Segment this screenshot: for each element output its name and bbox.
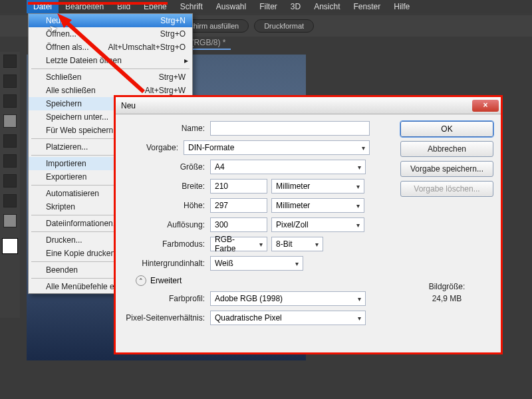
res-unit-select[interactable]: Pixel/Zoll [271,217,364,232]
name-label: Name: [124,124,210,133]
name-input[interactable] [210,121,370,136]
menu-ansicht[interactable]: Ansicht [307,0,346,13]
height-input[interactable] [210,198,267,213]
tool-icon[interactable] [3,214,17,227]
menu-item[interactable]: Öffnen als...Alt+Umschalt+Strg+O [29,41,192,54]
dialog-side: OK Abbrechen Vorgabe speichern... Vorgab… [400,121,493,330]
menu-item[interactable]: Letzte Dateien öffnen [29,54,192,67]
delete-preset-button[interactable]: Vorgabe löschen... [400,181,493,197]
pixelar-label: Pixel-Seitenverhältnis: [124,313,210,323]
depth-select[interactable]: 8-Bit [271,237,323,251]
menu-item[interactable]: SchließenStrg+W [29,70,192,84]
menu-3d[interactable]: 3D [284,0,307,13]
size-label: Größe: [124,162,210,172]
image-size-label: Bildgröße: [400,281,493,293]
annotation-line [28,2,168,5]
width-input[interactable] [210,179,267,194]
height-label: Höhe: [124,201,210,210]
advanced-label: Erweitert [150,276,182,285]
tool-icon[interactable] [3,94,17,108]
profile-select[interactable]: Adobe RGB (1998) [210,291,366,306]
tool-icon[interactable] [3,194,17,207]
dialog-form: Name: Vorgabe: DIN-Formate Größe: A4 Bre… [124,121,394,330]
width-label: Breite: [124,182,210,191]
tool-icon[interactable] [3,134,17,148]
image-size-value: 24,9 MB [400,293,493,305]
ok-button[interactable]: OK [400,121,493,137]
new-dialog: Neu × Name: Vorgabe: DIN-Formate Größe: … [115,96,502,354]
mode-label: Farbmodus: [124,239,210,249]
preset-select[interactable]: DIN-Formate [184,140,370,155]
option-pill[interactable]: Druckformat [254,19,314,33]
menu-schrift[interactable]: Schrift [174,0,209,13]
height-unit-select[interactable]: Millimeter [271,198,364,213]
bg-select[interactable]: Weiß [210,256,303,271]
menu-filter[interactable]: Filter [253,0,284,13]
menu-item[interactable]: Alle schließenAlt+Strg+W [29,84,192,97]
tool-icon[interactable] [3,55,17,68]
cancel-button[interactable]: Abbrechen [400,141,493,157]
dialog-title: Neu [121,101,136,110]
mode-select[interactable]: RGB-Farbe [210,237,267,251]
profile-label: Farbprofil: [124,294,210,303]
size-select[interactable]: A4 [210,160,366,174]
menu-hilfe[interactable]: Hilfe [387,0,416,13]
res-label: Auflösung: [124,220,210,229]
close-button[interactable]: × [472,100,499,112]
menu-fenster[interactable]: Fenster [347,0,388,13]
expand-icon[interactable]: ⌃ [136,275,146,286]
preset-label: Vorgabe: [124,143,184,152]
tool-icon[interactable] [3,154,17,168]
tool-icon[interactable] [3,114,17,128]
width-unit-select[interactable]: Millimeter [271,179,364,194]
tool-icon[interactable] [3,174,17,188]
bg-label: Hintergrundinhalt: [124,259,210,268]
dialog-titlebar[interactable]: Neu × [116,97,501,114]
color-swatch[interactable] [2,238,18,254]
tools-panel [0,52,20,318]
menu-auswahl[interactable]: Auswahl [209,0,253,13]
save-preset-button[interactable]: Vorgabe speichern... [400,161,493,177]
res-input[interactable] [210,217,267,232]
tool-icon[interactable] [3,74,17,88]
pixelar-select[interactable]: Quadratische Pixel [210,311,366,325]
